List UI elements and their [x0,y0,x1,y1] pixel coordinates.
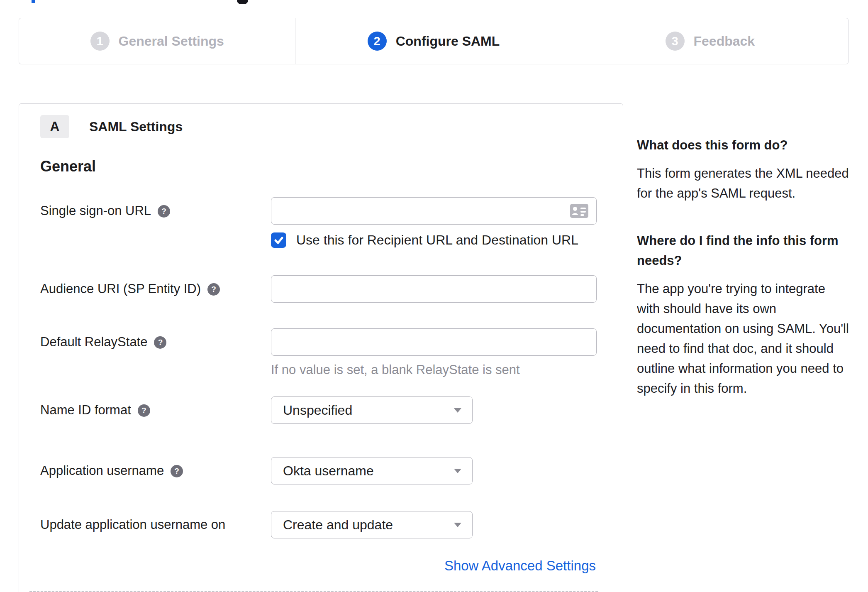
audience-label: Audience URI (SP Entity ID) [40,281,201,297]
recipient-url-checkbox-label: Use this for Recipient URL and Destinati… [296,232,578,248]
sso-url-input[interactable] [271,197,597,225]
step-label: Feedback [694,34,755,49]
sso-label-group: Single sign-on URL ? [40,197,271,248]
step-label: Configure SAML [396,34,500,49]
sidebar-body: The app you're trying to integrate with … [637,279,849,399]
step-configure-saml[interactable]: 2 Configure SAML [295,18,571,64]
field-row-appusername: Application username ? Okta username [40,457,596,484]
wizard-stepper: 1 General Settings 2 Configure SAML 3 Fe… [19,18,848,64]
help-icon[interactable]: ? [158,205,170,218]
sidebar-body: This form generates the XML needed for t… [637,164,849,203]
help-icon[interactable]: ? [154,336,166,349]
saml-settings-panel: A SAML Settings General Single sign-on U… [19,103,623,592]
checkmark-icon [274,236,284,245]
recipient-url-checkbox-row: Use this for Recipient URL and Destinati… [271,232,597,248]
field-row-sso: Single sign-on URL ? [40,197,596,248]
page-title-fragment [32,0,35,3]
recipient-url-checkbox[interactable] [271,232,286,248]
field-row-relaystate: Default RelayState ? If no value is set,… [40,328,596,377]
sso-label: Single sign-on URL [40,203,151,219]
step-number-badge: 3 [666,32,685,51]
step-feedback[interactable]: 3 Feedback [572,18,848,64]
general-section-heading: General [40,157,596,176]
sidebar-heading: What does this form do? [637,135,849,155]
relaystate-input[interactable] [271,328,597,356]
step-general-settings[interactable]: 1 General Settings [19,18,295,64]
audience-label-group: Audience URI (SP Entity ID) ? [40,275,271,303]
step-label: General Settings [119,34,224,49]
audience-uri-input[interactable] [271,275,597,303]
nameid-label: Name ID format [40,402,131,418]
panel-title: SAML Settings [89,119,183,135]
caret-down-icon [454,469,461,473]
application-username-value: Okta username [283,463,374,479]
appusername-label: Application username [40,463,164,479]
nameid-format-value: Unspecified [283,403,352,418]
application-username-select[interactable]: Okta username [271,457,473,484]
show-advanced-settings-link[interactable]: Show Advanced Settings [444,558,596,573]
updateusername-label: Update application username on [40,517,225,533]
section-a-badge: A [40,115,69,138]
field-row-audience: Audience URI (SP Entity ID) ? [40,275,596,303]
panel-header: A SAML Settings [40,115,596,138]
help-icon[interactable]: ? [138,404,150,417]
title-icon-fragment [237,0,248,4]
relaystate-label: Default RelayState [40,334,147,350]
nameid-label-group: Name ID format ? [40,396,271,424]
appusername-label-group: Application username ? [40,457,271,484]
relaystate-hint: If no value is set, a blank RelayState i… [271,362,597,377]
step-number-badge: 1 [90,32,110,51]
help-icon[interactable]: ? [171,465,183,477]
help-icon[interactable]: ? [207,283,220,296]
nameid-format-select[interactable]: Unspecified [271,396,473,424]
relaystate-label-group: Default RelayState ? [40,328,271,377]
field-row-nameid: Name ID format ? Unspecified [40,396,596,424]
update-username-select[interactable]: Create and update [271,511,473,538]
contact-card-icon[interactable] [570,204,588,220]
field-row-updateusername: Update application username on Create an… [40,511,596,538]
sidebar-heading: Where do I find the info this form needs… [637,231,849,271]
help-sidebar: What does this form do? This form genera… [637,135,849,426]
update-username-value: Create and update [283,517,393,533]
step-number-badge: 2 [368,32,387,51]
updateusername-label-group: Update application username on [40,511,271,538]
caret-down-icon [454,523,461,527]
caret-down-icon [454,408,461,413]
